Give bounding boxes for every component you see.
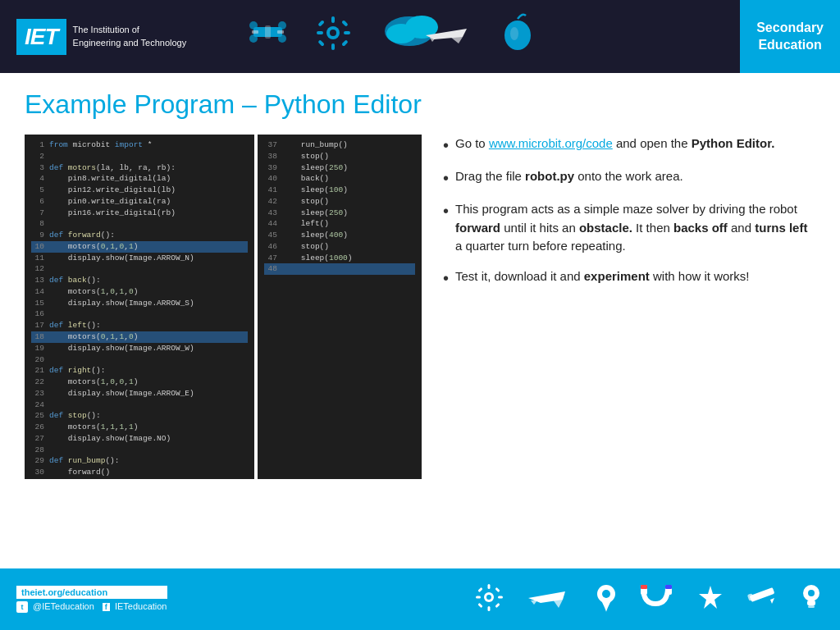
footer: theiet.org/education t @IETeducation f I… (0, 568, 840, 630)
code-line-r48: 48 (264, 263, 415, 275)
svg-rect-12 (317, 31, 323, 34)
iet-logo-subtitle: The Institution of Engineering and Techn… (73, 24, 187, 49)
code-line-12: 12 (31, 263, 248, 275)
bullet-item-4: • Test it, download it and experiment wi… (443, 267, 815, 289)
code-line-r43: 43 sleep(250) (264, 208, 415, 219)
code-line-3: 3def motors(la, lb, ra, rb): (31, 162, 248, 174)
code-line-29: 29def run_bump(): (31, 455, 248, 467)
apple-icon (500, 12, 536, 61)
svg-rect-10 (331, 16, 335, 23)
code-line-30: 30 forward() (31, 467, 248, 478)
code-line-1: 1from microbit import * (31, 139, 248, 151)
page-title: Example Program – Python Editor (25, 89, 815, 120)
code-line-r39: 39 sleep(250) (264, 162, 415, 174)
code-line-27: 27 display.show(Image.NO) (31, 433, 248, 445)
svg-rect-30 (495, 587, 500, 592)
bullet-text-2: Drag the file robot.py onto the work are… (455, 167, 683, 186)
main-content: Example Program – Python Editor 1from mi… (0, 73, 840, 487)
svg-rect-14 (318, 20, 325, 26)
svg-rect-28 (498, 596, 503, 599)
bullet-dot-3: • (443, 200, 449, 221)
svg-rect-32 (495, 603, 500, 608)
footer-star-icon (696, 583, 725, 615)
plane-cloud-icon (377, 11, 475, 63)
svg-rect-16 (318, 39, 325, 46)
code-line-10: 10 motors(0,1,0,1) (31, 241, 248, 253)
header: IET The Institution of Engineering and T… (0, 0, 840, 73)
svg-point-20 (386, 24, 416, 43)
code-line-r45: 45 sleep(400) (264, 230, 415, 241)
bullet-text-4: Test it, download it and experiment with… (455, 267, 750, 286)
twitter-icon: t (16, 601, 28, 613)
footer-lightbulb-icon (799, 582, 824, 618)
code-line-8: 8 (31, 218, 248, 230)
bullet-text-1: Go to www.microbit.org/code and open the… (455, 135, 774, 153)
code-line-4: 4 pin8.write_digital(la) (31, 173, 248, 185)
svg-rect-38 (665, 585, 672, 589)
footer-url: theiet.org/education (16, 586, 167, 599)
code-panel-left: 1from microbit import * 2 3def motors(la… (25, 135, 254, 479)
code-line-7: 7 pin16.write_digital(rb) (31, 208, 248, 219)
bullet-text-3: This program acts as a simple maze solve… (455, 200, 815, 256)
svg-point-2 (278, 21, 286, 30)
bullet-content: • Go to www.microbit.org/code and open t… (443, 135, 815, 300)
secondary-education-badge: Secondary Education (740, 0, 840, 73)
code-panels: 1from microbit import * 2 3def motors(la… (25, 135, 427, 479)
code-line-25: 25def stop(): (31, 410, 248, 422)
footer-social: t @IETeducation f IETeducation (16, 601, 167, 613)
facebook-handle: IETeducation (115, 601, 167, 611)
footer-pencil-icon (746, 583, 778, 615)
svg-marker-39 (699, 586, 722, 609)
svg-point-22 (510, 27, 518, 40)
svg-point-4 (278, 34, 286, 43)
code-line-r46: 46 stop() (264, 241, 415, 253)
bullet-item-3: • This program acts as a simple maze sol… (443, 200, 815, 256)
svg-rect-27 (476, 596, 481, 599)
bullet-item-1: • Go to www.microbit.org/code and open t… (443, 135, 815, 156)
code-line-r41: 41 sleep(100) (264, 185, 415, 196)
svg-rect-15 (341, 20, 348, 26)
svg-rect-44 (807, 600, 815, 605)
code-line-5: 5 pin12.write_digital(lb) (31, 185, 248, 196)
footer-gear-icon (475, 583, 504, 615)
code-line-16: 16 (31, 308, 248, 320)
svg-marker-41 (770, 598, 774, 604)
code-line-r42: 42 stop() (264, 196, 415, 208)
code-line-31: 31 display.show(Image.TRIANGLE) (31, 478, 248, 479)
code-line-14: 14 motors(1,0,1,0) (31, 286, 248, 298)
svg-rect-29 (477, 587, 482, 592)
code-line-11: 11 display.show(Image.ARROW_N) (31, 253, 248, 264)
code-line-22: 22 motors(1,0,0,1) (31, 377, 248, 388)
twitter-handle: @IETeducation (33, 601, 94, 611)
code-panel-right: 37 run_bump() 38 stop() 39 sleep(250) 40… (258, 135, 422, 479)
code-line-r37: 37 run_bump() (264, 139, 415, 151)
bullet-dot-4: • (443, 267, 449, 289)
svg-point-1 (249, 21, 258, 30)
code-line-r44: 44 left() (264, 218, 415, 230)
svg-rect-11 (331, 43, 335, 50)
code-line-21: 21def right(): (31, 365, 248, 377)
footer-icons (475, 582, 824, 618)
code-line-13: 13def back(): (31, 275, 248, 286)
code-line-r40: 40 back() (264, 173, 415, 185)
microbit-link[interactable]: www.microbit.org/code (489, 136, 613, 150)
gear-icon (315, 15, 352, 59)
footer-magnet-icon (639, 583, 676, 615)
svg-point-3 (249, 34, 258, 43)
code-line-6: 6 pin0.write_digital(ra) (31, 196, 248, 208)
iet-logo-box: IET (16, 19, 66, 55)
code-line-26: 26 motors(1,1,1,1) (31, 422, 248, 433)
svg-rect-17 (341, 39, 348, 46)
svg-rect-13 (344, 31, 350, 34)
code-line-20: 20 (31, 354, 248, 366)
code-line-18: 18 motors(0,1,1,0) (31, 331, 248, 343)
footer-location-icon (594, 582, 619, 617)
facebook-icon: f (103, 603, 110, 611)
code-line-r47: 47 sleep(1000) (264, 253, 415, 264)
code-line-2: 2 (31, 151, 248, 162)
svg-rect-31 (477, 603, 482, 608)
code-line-15: 15 display.show(Image.ARROW_S) (31, 298, 248, 309)
bullet-dot-2: • (443, 167, 449, 189)
svg-rect-5 (252, 30, 258, 34)
header-left: IET The Institution of Engineering and T… (16, 11, 536, 63)
